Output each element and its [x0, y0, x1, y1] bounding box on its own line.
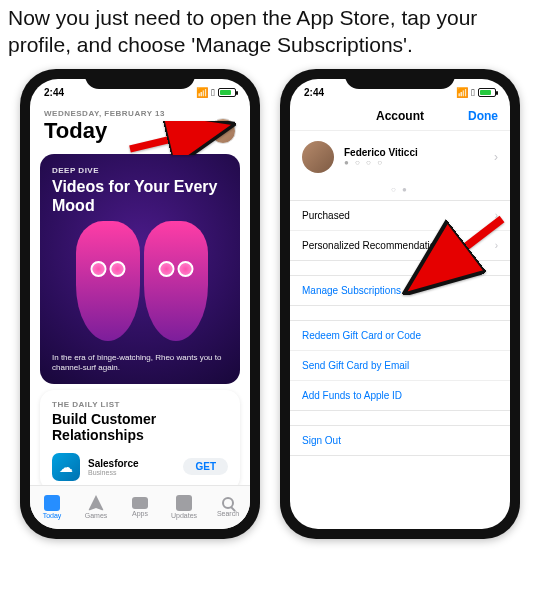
row-label: Sign Out: [302, 435, 341, 446]
group-subscriptions: Manage Subscriptions: [290, 275, 510, 306]
daily-list-card[interactable]: THE DAILY LIST Build Customer Relationsh…: [40, 390, 240, 491]
rocket-icon: [88, 495, 104, 511]
today-header: WEDNESDAY, FEBRUARY 13 Today: [30, 103, 250, 148]
row-manage-subscriptions[interactable]: Manage Subscriptions: [290, 276, 510, 305]
row-purchased[interactable]: Purchased›: [290, 201, 510, 231]
profile-avatar[interactable]: [210, 118, 236, 144]
row-redeem[interactable]: Redeem Gift Card or Code: [290, 321, 510, 351]
get-button[interactable]: GET: [183, 458, 228, 475]
notch: [85, 69, 195, 89]
row-recommendations[interactable]: Personalized Recommendations›: [290, 231, 510, 260]
card-artwork: [40, 214, 240, 348]
featured-card[interactable]: DEEP DIVE Videos for Your Every Mood In …: [40, 154, 240, 384]
screen-account: 2:44 📶 􀙇 Account Done Federico Viticci ●…: [290, 79, 510, 529]
user-name: Federico Viticci: [344, 147, 418, 158]
today-date: WEDNESDAY, FEBRUARY 13: [44, 109, 165, 118]
layers-icon: [132, 497, 148, 509]
phone-right: 2:44 📶 􀙇 Account Done Federico Viticci ●…: [280, 69, 520, 539]
group-funds: Redeem Gift Card or Code Send Gift Card …: [290, 320, 510, 411]
page-indicator: ○ ●: [290, 183, 510, 200]
tab-updates[interactable]: Updates: [162, 486, 206, 529]
battery-icon: [478, 88, 496, 97]
nav-bar: Account Done: [290, 103, 510, 131]
tab-search[interactable]: Search: [206, 486, 250, 529]
tab-label: Search: [217, 510, 239, 517]
signal-icon: 📶: [456, 87, 468, 98]
user-sub: ● ○ ○ ○: [344, 158, 418, 167]
row-sign-out[interactable]: Sign Out: [290, 426, 510, 455]
battery-icon: [218, 88, 236, 97]
notch: [345, 69, 455, 89]
row-label: Add Funds to Apple ID: [302, 390, 402, 401]
user-avatar: [302, 141, 334, 173]
chevron-right-icon: ›: [495, 240, 498, 251]
screen-today: 2:44 📶 􀙇 WEDNESDAY, FEBRUARY 13 Today: [30, 79, 250, 529]
phone-mockups: 2:44 📶 􀙇 WEDNESDAY, FEBRUARY 13 Today: [0, 69, 540, 539]
card-subtitle: In the era of binge-watching, Rheo wants…: [52, 353, 228, 374]
row-label: Personalized Recommendations: [302, 240, 446, 251]
status-indicators: 📶 􀙇: [196, 87, 236, 98]
status-time: 2:44: [44, 87, 64, 98]
wifi-icon: 􀙇: [211, 87, 215, 98]
download-icon: [176, 495, 192, 511]
app-name: Salesforce: [88, 458, 139, 469]
phone-left: 2:44 📶 􀙇 WEDNESDAY, FEBRUARY 13 Today: [20, 69, 260, 539]
tab-bar: Today Games Apps Updates Search: [30, 485, 250, 529]
signal-icon: 📶: [196, 87, 208, 98]
tab-label: Games: [85, 512, 108, 519]
app-icon-salesforce: ☁︎: [52, 453, 80, 481]
row-label: Manage Subscriptions: [302, 285, 401, 296]
row-add-funds[interactable]: Add Funds to Apple ID: [290, 381, 510, 410]
page-title: Today: [44, 118, 165, 144]
tab-today[interactable]: Today: [30, 486, 74, 529]
chevron-right-icon: ›: [495, 210, 498, 221]
done-button[interactable]: Done: [468, 109, 498, 123]
row-label: Purchased: [302, 210, 350, 221]
card-tag: DEEP DIVE: [52, 166, 228, 175]
listcard-title: Build Customer Relationships: [52, 411, 228, 443]
status-indicators: 📶 􀙇: [456, 87, 496, 98]
chevron-right-icon: ›: [494, 150, 498, 164]
row-label: Send Gift Card by Email: [302, 360, 409, 371]
account-user-row[interactable]: Federico Viticci ● ○ ○ ○ ›: [290, 131, 510, 183]
instruction-text: Now you just need to open the App Store,…: [0, 0, 540, 69]
group-library: Purchased› Personalized Recommendations›: [290, 200, 510, 261]
tab-apps[interactable]: Apps: [118, 486, 162, 529]
app-category: Business: [88, 469, 139, 476]
group-signout: Sign Out: [290, 425, 510, 456]
tab-label: Today: [43, 512, 62, 519]
app-row[interactable]: ☁︎ Salesforce Business GET: [52, 453, 228, 481]
search-icon: [222, 497, 234, 509]
nav-title: Account: [376, 109, 424, 123]
today-icon: [44, 495, 60, 511]
tab-label: Apps: [132, 510, 148, 517]
wifi-icon: 􀙇: [471, 87, 475, 98]
row-label: Redeem Gift Card or Code: [302, 330, 421, 341]
listcard-tag: THE DAILY LIST: [52, 400, 228, 409]
tab-games[interactable]: Games: [74, 486, 118, 529]
status-time: 2:44: [304, 87, 324, 98]
card-title: Videos for Your Every Mood: [52, 177, 228, 215]
tab-label: Updates: [171, 512, 197, 519]
row-send-gift[interactable]: Send Gift Card by Email: [290, 351, 510, 381]
